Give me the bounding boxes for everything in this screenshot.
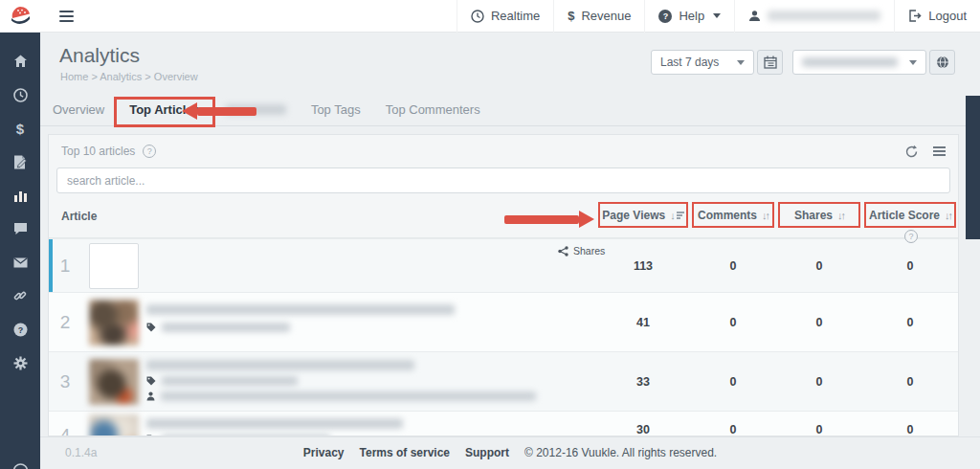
row-values: 30 0 0 0 (598, 412, 956, 436)
privacy-link[interactable]: Privacy (303, 446, 345, 459)
help-label: Help (679, 9, 704, 23)
comments-value: 0 (692, 293, 774, 351)
post-edit-icon[interactable] (0, 151, 40, 172)
table-row[interactable]: 2 41 0 0 0 (49, 292, 958, 351)
logout-menu-item[interactable]: Logout (894, 0, 980, 33)
article-score-value: 0 (864, 352, 956, 411)
analytics-bar-chart-icon[interactable] (0, 185, 40, 206)
redacted-article-title (146, 360, 414, 370)
panel-header: Top 10 articles ? (49, 135, 958, 168)
comments-icon[interactable] (0, 218, 40, 239)
copyright-text: © 2012-16 Vuukle. All rights reserved. (524, 446, 717, 459)
redacted-article-tag (162, 323, 290, 332)
column-page-views-sort[interactable]: Page Views ↓ (598, 202, 688, 228)
comments-value: 0 (692, 412, 774, 436)
row-values: 33 0 0 0 (598, 352, 956, 411)
help-icon: ? (658, 10, 672, 23)
row-values: 113 0 0 0 (598, 239, 956, 292)
refresh-button[interactable] (904, 145, 919, 159)
row-rank: 3 (55, 371, 76, 392)
calendar-icon (764, 56, 777, 69)
column-shares-sort[interactable]: Shares ↓↑ (778, 202, 860, 228)
annotation-arrow-left (182, 102, 256, 120)
scrollbar-thumb[interactable] (966, 96, 980, 239)
article-score-value: 0 (864, 239, 956, 292)
list-menu-button[interactable] (933, 145, 946, 158)
clock-icon[interactable] (0, 84, 40, 105)
analytics-tabs: Overview Top Articles Top Tags Top Comme… (40, 94, 980, 126)
home-icon[interactable] (0, 51, 40, 72)
calendar-button[interactable] (757, 50, 783, 75)
article-score-value: 0 (864, 293, 956, 351)
help-menu-item[interactable]: ? Help (644, 0, 734, 33)
shares-value: 0 (778, 352, 860, 411)
comments-value: 0 (692, 239, 774, 292)
user-icon (748, 10, 761, 22)
tag-icon (146, 323, 156, 332)
logout-icon (908, 10, 922, 22)
comments-value: 0 (692, 352, 774, 411)
filter-controls: Last 7 days (651, 50, 955, 75)
sort-both-icon: ↓↑ (762, 210, 768, 221)
shares-value: 0 (778, 412, 860, 436)
top-bar: Realtime $ Revenue ? Help Logout (0, 0, 980, 33)
messages-icon[interactable] (0, 252, 40, 273)
globe-icon (936, 56, 949, 69)
revenue-menu-item[interactable]: $ Revenue (553, 0, 644, 33)
column-comments-sort[interactable]: Comments ↓↑ (692, 202, 774, 228)
menu-toggle-icon[interactable] (59, 8, 74, 25)
article-thumbnail (89, 359, 139, 405)
redacted-article-tag (162, 376, 298, 386)
breadcrumb: Home > Analytics > Overview (60, 71, 198, 82)
shares-value: 0 (778, 239, 860, 292)
page-views-value: 33 (598, 352, 688, 411)
column-page-views-label: Page Views (602, 209, 665, 222)
tab-top-tags[interactable]: Top Tags (299, 94, 373, 125)
settings-gear-icon[interactable] (0, 352, 40, 373)
column-article: Article (61, 210, 97, 223)
clipped-bottom-icon[interactable] (0, 458, 40, 469)
row-rank: 1 (55, 256, 76, 277)
metric-columns: Page Views ↓ Comments ↓↑ Shares ↓↑ Artic… (598, 202, 956, 228)
chevron-down-icon (713, 13, 721, 18)
column-article-score-label: Article Score (869, 209, 940, 222)
tab-top-tags-label: Top Tags (311, 102, 361, 117)
help-icon[interactable]: ? (0, 319, 40, 340)
article-score-help-icon[interactable]: ? (904, 230, 918, 243)
vuukle-logo[interactable] (0, 0, 40, 33)
site-select[interactable] (792, 50, 926, 75)
table-row[interactable]: 4 30 0 0 0 (49, 411, 958, 436)
svg-text:?: ? (17, 324, 23, 334)
help-circle-icon[interactable]: ? (143, 145, 156, 158)
search-row (49, 168, 958, 199)
column-article-score-sort[interactable]: Article Score ↓↑ (864, 202, 956, 228)
tab-overview[interactable]: Overview (40, 94, 117, 125)
column-shares-label: Shares (794, 209, 833, 222)
links-icon[interactable] (0, 285, 40, 306)
date-range-select[interactable]: Last 7 days (651, 50, 754, 75)
article-thumbnail (89, 243, 139, 289)
realtime-menu-item[interactable]: Realtime (457, 0, 553, 33)
table-row[interactable]: 3 33 0 0 0 (49, 351, 958, 411)
page-header: Analytics Home > Analytics > Overview La… (40, 33, 980, 94)
row-rank: 2 (55, 312, 76, 333)
search-article-input[interactable] (56, 168, 950, 193)
terms-link[interactable]: Terms of service (360, 446, 451, 459)
table-row[interactable]: 1 Shares 113 0 0 0 (49, 238, 958, 292)
sort-desc-icon: ↓ (670, 210, 684, 221)
tab-top-commenters[interactable]: Top Commenters (373, 94, 493, 125)
page-views-value: 113 (598, 239, 688, 292)
page-views-value: 30 (598, 412, 688, 436)
redacted-user-email (768, 11, 880, 21)
refresh-icon (904, 145, 919, 159)
top-articles-panel: Top 10 articles ? Article Page Views ↓ (48, 134, 959, 436)
author-icon (146, 391, 155, 401)
column-comments-label: Comments (698, 209, 757, 222)
tag-icon (146, 376, 156, 386)
dollar-icon[interactable]: $ (0, 118, 40, 139)
support-link[interactable]: Support (465, 446, 509, 459)
globe-button[interactable] (929, 50, 955, 75)
account-menu-item[interactable] (734, 0, 894, 33)
table-header-row: Article Page Views ↓ Comments ↓↑ Shares … (49, 199, 958, 238)
sidebar-nav: $ ? (0, 33, 40, 469)
